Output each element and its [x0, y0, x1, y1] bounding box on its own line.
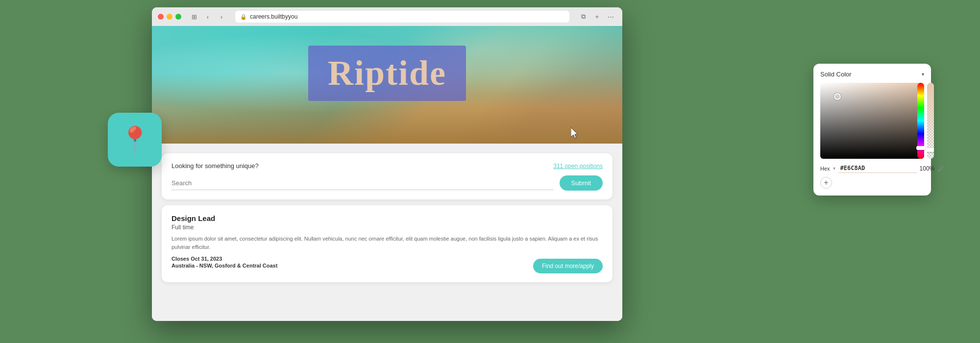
color-gradient-area[interactable]: [820, 83, 924, 159]
opacity-value: 100%: [920, 165, 935, 172]
location-widget: 📍: [108, 113, 162, 167]
hue-slider[interactable]: [917, 83, 924, 159]
job-type: Full time: [172, 224, 603, 231]
browser-right-icons: ⧉ ＋ ⋯: [577, 11, 616, 23]
browser-chrome: ⊞ ‹ › 🔒 careers.builtbyyou ⧉ ＋ ⋯: [152, 7, 622, 26]
job-title: Design Lead: [172, 214, 603, 222]
job-description: Lorem ipsum dolor sit amet, consectetur …: [172, 235, 603, 251]
forward-button[interactable]: ›: [216, 11, 227, 23]
color-picker-panel: Solid Color ▾ Hex ▾ 100% 🖊 +: [813, 64, 931, 196]
maximize-button[interactable]: [175, 14, 181, 20]
alpha-gradient: [927, 83, 934, 159]
add-tab-icon[interactable]: ＋: [591, 11, 603, 23]
minimize-button[interactable]: [167, 14, 172, 20]
open-positions-link[interactable]: 311 open positions: [553, 163, 603, 170]
new-tab-icon[interactable]: ⧉: [577, 11, 589, 23]
search-input[interactable]: [172, 176, 554, 190]
hero-section: Riptide: [152, 26, 622, 144]
submit-button[interactable]: Submit: [560, 175, 603, 191]
alpha-slider[interactable]: [927, 83, 934, 159]
main-content: Looking for something unique? 311 open p…: [152, 144, 622, 321]
hero-title-box: Riptide: [308, 46, 466, 101]
alpha-thumb[interactable]: [927, 148, 934, 152]
search-header: Looking for something unique? 311 open p…: [172, 162, 603, 170]
hue-thumb[interactable]: [916, 146, 925, 150]
search-label: Looking for something unique?: [172, 162, 259, 170]
lock-icon: 🔒: [240, 14, 247, 20]
traffic-lights: [158, 14, 181, 20]
hero-title: Riptide: [328, 53, 446, 94]
cursor: [571, 127, 581, 141]
hex-row: Hex ▾ 100% 🖊: [820, 164, 924, 173]
add-color-button[interactable]: +: [820, 177, 832, 189]
location-pin-icon: 📍: [119, 125, 151, 155]
color-picker-header: Solid Color ▾: [820, 71, 924, 78]
apply-button[interactable]: Find out more/apply: [533, 259, 603, 273]
menu-icon[interactable]: ⋯: [605, 11, 616, 23]
website-content: Riptide Looking for something unique? 31…: [152, 26, 622, 321]
job-card: Design Lead Full time Lorem ipsum dolor …: [162, 205, 612, 282]
format-dropdown-icon[interactable]: ▾: [833, 166, 835, 171]
close-button[interactable]: [158, 14, 164, 20]
browser-toolbar: ⊞ ‹ ›: [188, 11, 227, 23]
search-row: Submit: [172, 175, 603, 191]
format-select[interactable]: Hex: [820, 166, 830, 172]
dropdown-arrow-icon[interactable]: ▾: [922, 72, 924, 77]
hex-input[interactable]: [838, 164, 917, 173]
color-picker-title: Solid Color: [820, 71, 852, 78]
color-picker-controls: [820, 83, 924, 159]
browser-window: ⊞ ‹ › 🔒 careers.builtbyyou ⧉ ＋ ⋯ Riptide: [152, 7, 622, 321]
grid-icon[interactable]: ⊞: [188, 11, 200, 23]
address-bar[interactable]: 🔒 careers.builtbyyou: [235, 11, 569, 23]
eyedropper-icon[interactable]: 🖊: [937, 165, 944, 172]
gradient-cursor[interactable]: [834, 93, 841, 100]
url-text: careers.builtbyyou: [250, 13, 297, 20]
back-button[interactable]: ‹: [202, 11, 214, 23]
search-card: Looking for something unique? 311 open p…: [162, 153, 612, 199]
